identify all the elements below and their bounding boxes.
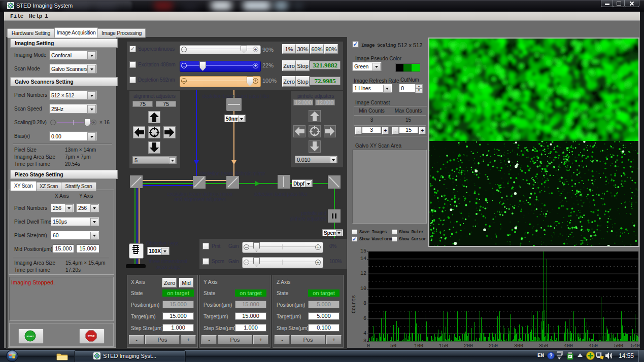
svg-text:?: ?	[549, 353, 552, 358]
